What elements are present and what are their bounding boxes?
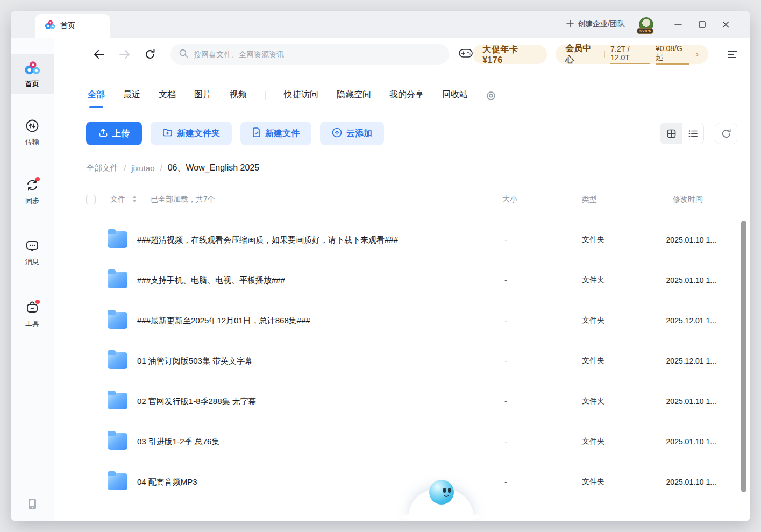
file-name[interactable]: 01 油管订阅版503集 带英文字幕: [137, 356, 253, 366]
category-tabs: 全部 最近 文档 图片 视频 快捷访问 隐藏空间 我的分享 回收站: [88, 89, 496, 102]
sidebar-item-transfer[interactable]: 传输: [11, 112, 54, 152]
home-tab[interactable]: 首页: [35, 14, 110, 38]
file-name[interactable]: ###最新更新至2025年12月01日，总计868集###: [137, 315, 310, 325]
folder-icon: [108, 312, 127, 329]
file-name[interactable]: ###支持手机、电脑、电视、平板播放###: [137, 275, 285, 285]
search-input[interactable]: [194, 50, 440, 59]
cloud-add-icon: [332, 127, 342, 140]
breadcrumb-folder[interactable]: jixutao: [131, 164, 154, 173]
tab-images[interactable]: 图片: [194, 89, 211, 102]
target-icon[interactable]: [486, 91, 496, 101]
table-row[interactable]: 03 引进版1-2季 总76集 - 文件夹 2025.01.10 1...: [54, 421, 750, 462]
folder-icon: [108, 433, 127, 450]
create-team-button[interactable]: 创建企业/团队: [566, 19, 625, 29]
cloud-add-button[interactable]: 云添加: [320, 122, 384, 145]
sidebar-item-tools[interactable]: 工具: [11, 294, 54, 334]
assistant-mascot[interactable]: [403, 479, 479, 521]
new-folder-icon: [162, 128, 173, 139]
file-type: 文件夹: [582, 316, 604, 325]
maximize-button[interactable]: [690, 11, 714, 38]
user-avatar[interactable]: SVIP6: [639, 17, 653, 32]
table-row[interactable]: 02 官网发行版1-8季288集 无字幕 - 文件夹 2025.01.10 1.…: [54, 381, 750, 421]
sidebar-item-home[interactable]: 首页: [11, 54, 54, 94]
sidebar-item-label: 工具: [25, 319, 39, 329]
mascot-smile: [444, 494, 449, 497]
tab-label: 回收站: [442, 90, 468, 99]
scrollbar-thumb[interactable]: [741, 221, 746, 492]
promo-card-label: 大促年卡¥176: [482, 44, 537, 65]
member-center-button[interactable]: 会员中心 7.2T / 12.0T ¥0.08/G起 ›: [556, 45, 708, 64]
list-view-button[interactable]: [682, 123, 703, 144]
forward-button[interactable]: [118, 49, 131, 59]
file-name[interactable]: ###超清视频，在线观看会压缩画质，如果要画质好，请下载下来观看###: [137, 235, 398, 245]
tab-label: 我的分享: [389, 90, 424, 99]
menu-icon[interactable]: [728, 51, 737, 58]
file-name[interactable]: 02 官网发行版1-8季288集 无字幕: [137, 396, 257, 406]
mascot-bubble: [429, 480, 454, 505]
upload-label: 上传: [112, 128, 130, 139]
table-row[interactable]: 04 配套音频MP3 - 文件夹 2025.01.10 1...: [54, 462, 750, 502]
chevron-right-icon: ›: [696, 49, 699, 59]
sidebar-item-messages[interactable]: 消息: [11, 232, 54, 272]
new-file-icon: [252, 127, 261, 139]
file-size: -: [504, 357, 507, 365]
breadcrumb-separator: /: [124, 164, 126, 173]
tab-my-shares[interactable]: 我的分享: [389, 89, 424, 102]
tab-label: 图片: [194, 90, 211, 99]
tab-videos[interactable]: 视频: [230, 89, 247, 102]
search-bar[interactable]: [170, 44, 449, 65]
breadcrumb: 全部文件 / jixutao / 06、Wow_English 2025: [86, 162, 259, 174]
sidebar-item-label: 首页: [25, 79, 39, 89]
file-column-header[interactable]: 文件: [110, 195, 125, 204]
price-label: ¥0.08/G起: [656, 44, 689, 65]
promo-annual-card-button[interactable]: 大促年卡¥176: [473, 45, 547, 64]
active-tab-underline: [89, 106, 103, 108]
table-row[interactable]: 01 油管订阅版503集 带英文字幕 - 文件夹 2025.12.01 1...: [54, 341, 750, 381]
file-modified: 2025.01.10 1...: [666, 478, 716, 486]
file-name[interactable]: 03 引进版1-2季 总76集: [137, 436, 219, 446]
sort-icon[interactable]: [132, 196, 137, 202]
table-row[interactable]: ###超清视频，在线观看会压缩画质，如果要画质好，请下载下来观看### - 文件…: [54, 219, 750, 260]
file-type: 文件夹: [582, 477, 604, 487]
tab-label: 文档: [159, 90, 176, 99]
tab-label: 首页: [60, 21, 75, 31]
tab-all[interactable]: 全部: [88, 89, 105, 102]
back-button[interactable]: [93, 49, 105, 59]
file-type: 文件夹: [582, 356, 604, 366]
new-folder-button[interactable]: 新建文件夹: [151, 122, 232, 145]
file-size: -: [504, 236, 507, 244]
grid-view-button[interactable]: [660, 123, 682, 144]
tab-quick-access[interactable]: 快捷访问: [284, 89, 318, 102]
select-all-checkbox[interactable]: [86, 195, 96, 204]
tab-recent[interactable]: 最近: [123, 89, 140, 102]
file-name[interactable]: 04 配套音频MP3: [137, 477, 197, 487]
upload-button[interactable]: 上传: [86, 122, 142, 145]
tab-documents[interactable]: 文档: [159, 89, 176, 102]
titlebar: 首页 创建企业/团队 SVIP6: [11, 11, 750, 38]
game-controller-icon[interactable]: [459, 48, 473, 61]
mobile-device-button[interactable]: [11, 498, 54, 513]
file-type: 文件夹: [582, 396, 604, 406]
folder-icon: [108, 272, 127, 288]
netdisk-logo-icon: [24, 60, 40, 76]
tab-label: 隐藏空间: [337, 90, 371, 99]
minimize-button[interactable]: [666, 11, 690, 38]
tools-badge-dot: [35, 300, 40, 304]
close-button[interactable]: [714, 11, 737, 38]
table-row[interactable]: ###最新更新至2025年12月01日，总计868集### - 文件夹 2025…: [54, 300, 750, 341]
message-icon: [24, 238, 40, 254]
tab-label: 最近: [123, 90, 140, 99]
tab-label: 全部: [88, 90, 105, 99]
table-row[interactable]: ###支持手机、电脑、电视、平板播放### - 文件夹 2025.01.10 1…: [54, 260, 750, 300]
tab-hidden-space[interactable]: 隐藏空间: [337, 89, 371, 102]
member-center-label: 会员中心: [565, 43, 599, 66]
refresh-page-button[interactable]: [144, 49, 157, 60]
tab-recycle-bin[interactable]: 回收站: [442, 89, 468, 102]
new-file-button[interactable]: 新建文件: [240, 122, 311, 145]
breadcrumb-root[interactable]: 全部文件: [86, 163, 118, 173]
refresh-list-button[interactable]: [715, 123, 737, 144]
modified-column-header: 修改时间: [673, 195, 703, 204]
sidebar-item-sync[interactable]: 同步: [11, 171, 54, 211]
file-size: -: [504, 316, 507, 325]
sync-icon: [24, 177, 40, 193]
